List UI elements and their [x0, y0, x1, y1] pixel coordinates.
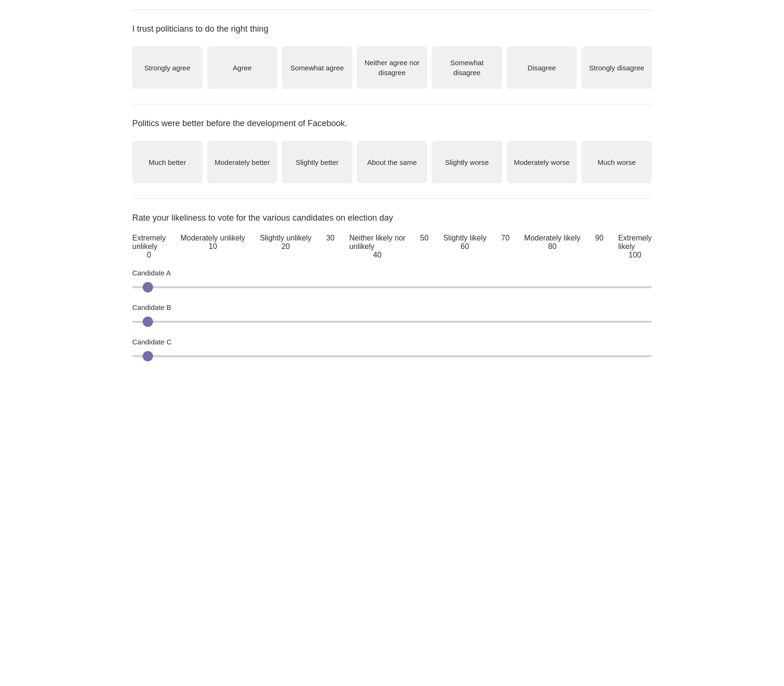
candidate-a-slider-wrapper: [132, 282, 652, 290]
scale-label-70: 70: [501, 234, 510, 242]
candidate-c-label: Candidate C: [132, 338, 652, 346]
scale-category-10: Moderately unlikely: [180, 234, 245, 242]
page-container: I trust politicians to do the right thin…: [118, 0, 666, 397]
scale-category-20: Slightly unlikely: [260, 234, 311, 242]
scale-number-20: 20: [281, 242, 290, 251]
option-neither-agree-nor-disagree[interactable]: Neither agree nor disagree: [357, 46, 427, 89]
question3-text: Rate your likeliness to vote for the var…: [132, 212, 652, 224]
scale-category-40: Neither likely norunlikely: [349, 234, 405, 251]
question2-text: Politics were better before the developm…: [132, 118, 652, 129]
scale-number-80: 80: [548, 242, 557, 251]
scale-labels-row: Extremelyunlikely 0 Moderately unlikely …: [132, 234, 652, 259]
option-moderately-worse[interactable]: Moderately worse: [507, 141, 577, 183]
option-strongly-agree[interactable]: Strongly agree: [132, 46, 203, 89]
candidate-c-slider[interactable]: [132, 355, 652, 357]
question1-options: Strongly agree Agree Somewhat agree Neit…: [132, 46, 652, 89]
option-somewhat-disagree[interactable]: Somewhat disagree: [432, 46, 502, 89]
scale-label-80: Moderately likely 80: [524, 234, 580, 251]
option-about-the-same[interactable]: About the same: [357, 141, 427, 183]
candidate-a-label: Candidate A: [132, 269, 652, 277]
scale-number-90: 90: [595, 234, 604, 242]
scale-number-40: 40: [373, 251, 382, 259]
option-moderately-better[interactable]: Moderately better: [207, 141, 278, 183]
candidate-a-slider[interactable]: [132, 286, 652, 288]
option-disagree[interactable]: Disagree: [507, 46, 577, 89]
scale-label-50: 50: [420, 234, 429, 242]
candidate-b-slider[interactable]: [132, 321, 652, 323]
candidate-a-block: Candidate A: [132, 269, 652, 290]
scale-number-70: 70: [501, 234, 510, 242]
question3-section: Rate your likeliness to vote for the var…: [132, 198, 652, 387]
option-slightly-better[interactable]: Slightly better: [282, 141, 352, 183]
scale-label-100: Extremelylikely 100: [618, 234, 652, 259]
question1-text: I trust politicians to do the right thin…: [132, 23, 652, 35]
scale-number-50: 50: [420, 234, 429, 242]
candidate-b-slider-wrapper: [132, 316, 652, 325]
question2-section: Politics were better before the developm…: [132, 104, 652, 198]
scale-category-100: Extremelylikely: [618, 234, 652, 251]
candidate-b-label: Candidate B: [132, 303, 652, 311]
scale-category-60: Slightly likely: [443, 234, 486, 242]
scale-number-30: 30: [326, 234, 335, 242]
scale-number-10: 10: [209, 242, 217, 251]
scale-label-10: Moderately unlikely 10: [180, 234, 245, 251]
candidate-c-slider-wrapper: [132, 351, 652, 359]
option-much-better[interactable]: Much better: [132, 141, 203, 183]
candidate-c-block: Candidate C: [132, 338, 652, 359]
scale-number-100: 100: [629, 251, 641, 259]
scale-label-30: 30: [326, 234, 335, 242]
candidate-b-block: Candidate B: [132, 303, 652, 325]
scale-number-0: 0: [147, 251, 151, 259]
scale-label-20: Slightly unlikely 20: [260, 234, 311, 251]
scale-label-90: 90: [595, 234, 604, 242]
scale-label-60: Slightly likely 60: [443, 234, 486, 251]
scale-category-80: Moderately likely: [524, 234, 580, 242]
scale-category-0: Extremelyunlikely: [132, 234, 166, 251]
option-strongly-disagree[interactable]: Strongly disagree: [581, 46, 652, 89]
option-somewhat-agree[interactable]: Somewhat agree: [282, 46, 352, 89]
question2-options: Much better Moderately better Slightly b…: [132, 141, 652, 183]
scale-label-0: Extremelyunlikely 0: [132, 234, 166, 259]
option-much-worse[interactable]: Much worse: [581, 141, 652, 183]
scale-number-60: 60: [460, 242, 469, 251]
scale-label-40: Neither likely norunlikely 40: [349, 234, 405, 259]
question1-section: I trust politicians to do the right thin…: [132, 9, 652, 104]
option-agree[interactable]: Agree: [207, 46, 278, 89]
option-slightly-worse[interactable]: Slightly worse: [432, 141, 502, 183]
